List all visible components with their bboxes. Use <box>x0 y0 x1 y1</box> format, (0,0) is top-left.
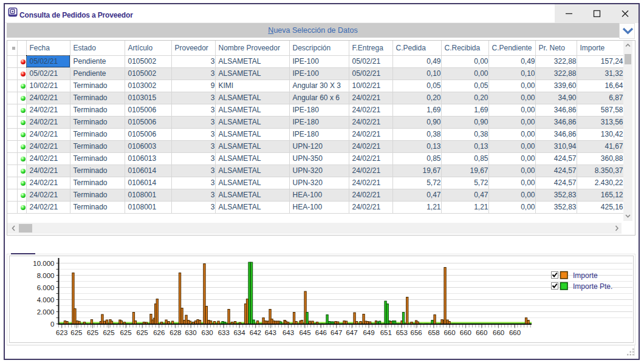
svg-text:623: 623 <box>56 329 67 336</box>
svg-text:628: 628 <box>170 329 181 336</box>
svg-text:660: 660 <box>476 329 487 336</box>
svg-text:626: 626 <box>153 329 165 336</box>
svg-text:660: 660 <box>460 329 471 336</box>
svg-text:642: 642 <box>250 329 261 336</box>
svg-text:630: 630 <box>202 329 213 336</box>
svg-text:Importe: Importe <box>573 271 598 280</box>
svg-text:Importe Pte.: Importe Pte. <box>573 282 612 291</box>
svg-text:653: 653 <box>396 329 408 336</box>
svg-text:645: 645 <box>299 329 310 336</box>
svg-text:647: 647 <box>346 329 357 336</box>
svg-text:656: 656 <box>411 329 422 336</box>
svg-text:660: 660 <box>509 329 521 336</box>
svg-text:0: 0 <box>50 321 54 328</box>
svg-text:643: 643 <box>265 329 276 336</box>
svg-text:643: 643 <box>283 329 294 336</box>
svg-text:660: 660 <box>444 329 455 336</box>
svg-text:625: 625 <box>87 329 98 336</box>
svg-text:10.000: 10.000 <box>33 260 54 267</box>
svg-text:649: 649 <box>363 329 374 336</box>
svg-text:634: 634 <box>233 329 245 336</box>
svg-text:630: 630 <box>185 329 196 336</box>
svg-text:8.000: 8.000 <box>37 272 55 279</box>
svg-text:651: 651 <box>380 329 392 336</box>
svg-text:6.000: 6.000 <box>37 284 55 291</box>
svg-text:625: 625 <box>103 329 114 336</box>
svg-text:633: 633 <box>218 329 230 336</box>
svg-text:647: 647 <box>331 329 342 336</box>
svg-text:646: 646 <box>315 329 327 336</box>
svg-text:625: 625 <box>137 329 148 336</box>
svg-text:4.000: 4.000 <box>37 296 55 304</box>
svg-text:2.000: 2.000 <box>37 308 55 316</box>
svg-text:625: 625 <box>70 329 82 336</box>
svg-text:625: 625 <box>120 329 131 336</box>
svg-text:658: 658 <box>428 329 439 336</box>
svg-text:660: 660 <box>493 329 504 336</box>
